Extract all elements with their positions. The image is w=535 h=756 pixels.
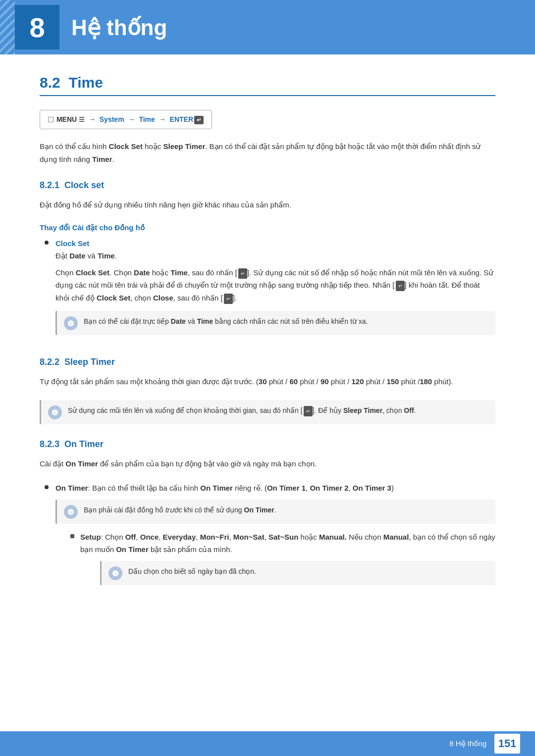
bullet-on-timer: On Timer: Bạn có thể thiết lập ba cấu hì… [45,482,495,596]
clock-set-sublabel: Đặt Date và Time. [55,252,117,260]
setup-sub-bullets: Setup: Chọn Off, Once, Everyday, Mon~Fri… [70,531,495,592]
clock-change-heading: Thay đổi Cài đặt cho Đồng hồ [40,223,495,232]
sleep-timer-note: Sử dụng các mũi tên lên và xuống để chọn… [40,400,495,424]
subsection-822-desc: Tự động tắt sản phẩm sau một khoảng thời… [40,375,495,388]
chapter-number: 8 [15,5,59,50]
note-icon-1 [64,316,78,330]
section-title: Time [68,74,103,91]
bullet-dot-2 [45,485,49,489]
chapter-title: Hệ thống [71,15,167,40]
main-content: 8.2 Time □ MENU ☰ → System → Time → ENTE… [0,54,535,643]
setup-note: Dấu chọn cho biết số ngày bạn đã chọn. [100,561,495,585]
setup-note-text: Dấu chọn cho biết số ngày bạn đã chọn. [128,566,256,578]
on-timer-bullets: On Timer: Bạn có thể thiết lập ba cấu hì… [45,482,495,596]
subsection-823-desc: Cài đặt On Timer để sản phẩm của bạn tự … [40,457,495,470]
intro-paragraph: Bạn có thể cấu hình Clock Set hoặc Sleep… [40,140,495,165]
clock-set-note-text: Bạn có thể cài đặt trực tiếp Date và Tim… [84,316,368,328]
on-timer-text: On Timer: Bạn có thể thiết lập ba cấu hì… [55,484,394,492]
subsection-821-desc: Đặt đồng hồ để sử dụng nhiều tính năng h… [40,199,495,211]
on-timer-note-text: Bạn phải cài đặt đồng hồ trước khi có th… [84,504,276,516]
corner-decoration [0,0,15,54]
clock-set-details: Chọn Clock Set. Chọn Date hoặc Time, sau… [55,266,495,304]
footer-text: 8 Hệ thống [449,739,486,748]
section-number: 8.2 [40,74,60,91]
footer-page-number: 151 [494,734,520,754]
chapter-header: 8 Hệ thống [0,0,535,54]
bullet-dot [45,241,49,245]
menu-icon: □ [48,114,54,125]
sleep-timer-note-text: Sử dụng các mũi tên lên và xuống để chọn… [68,405,416,417]
bullet-clock-set: Clock Set Đặt Date và Time. Chọn Clock S… [45,237,495,343]
square-dot [70,534,74,538]
setup-bullet: Setup: Chọn Off, Once, Everyday, Mon~Fri… [70,531,495,592]
menu-path-text: MENU ☰ → System → Time → ENTER↵ [56,115,204,124]
note-icon-3 [64,505,78,519]
subsection-823-heading: 8.2.3 On Timer [40,439,495,450]
clock-set-note: Bạn có thể cài đặt trực tiếp Date và Tim… [55,311,495,335]
menu-path-box: □ MENU ☰ → System → Time → ENTER↵ [40,110,212,129]
clock-set-label: Clock Set [55,239,89,248]
page-footer: 8 Hệ thống 151 [0,731,535,756]
setup-text: Setup: Chọn Off, Once, Everyday, Mon~Fri… [80,533,495,554]
clock-set-bullets: Clock Set Đặt Date và Time. Chọn Clock S… [45,237,495,343]
subsection-822-heading: 8.2.2 Sleep Timer [40,357,495,367]
note-icon-2 [48,405,62,419]
section-heading: 8.2 Time [40,74,495,96]
note-icon-4 [108,566,122,580]
subsection-821-heading: 8.2.1 Clock set [40,180,495,191]
on-timer-note: Bạn phải cài đặt đồng hồ trước khi có th… [55,500,495,524]
